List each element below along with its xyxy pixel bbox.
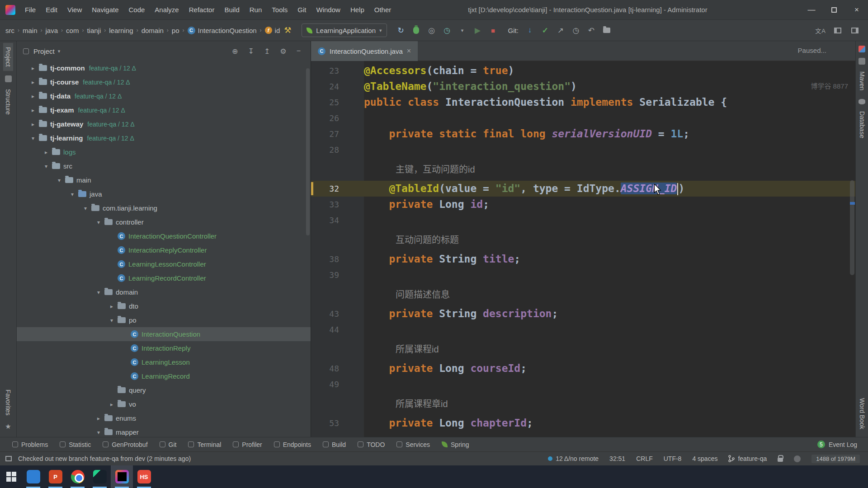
tree-item-learninglessoncontroller[interactable]: CLearningLessonController: [17, 257, 311, 271]
tool-stripe-database[interactable]: Database: [857, 107, 867, 142]
code-line-38[interactable]: 38 private String title;: [311, 251, 855, 267]
taskbar-app-powerpoint[interactable]: P: [44, 465, 66, 488]
caret-position-widget[interactable]: 32:51: [609, 455, 625, 462]
code-line-26[interactable]: 26: [311, 110, 855, 126]
git-rollback-icon[interactable]: ↶: [584, 23, 599, 38]
tool-button-spring[interactable]: Spring: [442, 441, 469, 448]
tree-item-com-tianji-learning[interactable]: ▾com.tianji.learning: [17, 201, 311, 215]
encoding-widget[interactable]: UTF-8: [664, 455, 682, 462]
hide-panel-icon[interactable]: −: [297, 47, 301, 55]
quick-access-icon[interactable]: [5, 456, 12, 461]
chevron-collapsed-icon[interactable]: ▸: [107, 401, 117, 408]
taskbar-app-chrome[interactable]: [66, 465, 89, 488]
code-line-33[interactable]: 33 private Long id;: [311, 197, 855, 212]
tool-window-icon[interactable]: [5, 75, 12, 82]
chevron-expanded-icon[interactable]: ▾: [94, 219, 104, 225]
tool-button-profiler[interactable]: Profiler: [233, 441, 262, 448]
tool-stripe-project[interactable]: Project: [3, 43, 13, 71]
chevron-collapsed-icon[interactable]: ▸: [28, 121, 38, 127]
tool-button-services[interactable]: Services: [396, 441, 430, 448]
menu-help[interactable]: Help: [345, 0, 369, 20]
code-line-24[interactable]: 24@TableName("interaction_question"): [311, 79, 855, 94]
tree-item-logs[interactable]: ▸logs: [17, 145, 311, 159]
code-line-53[interactable]: 53 private Long chapterId;: [311, 415, 855, 431]
tree-item-java[interactable]: ▾java: [17, 187, 311, 201]
menu-edit[interactable]: Edit: [41, 0, 62, 20]
editor-scrollbar[interactable]: [850, 180, 854, 275]
menu-tools[interactable]: Tools: [267, 0, 292, 20]
tree-item-learninglesson[interactable]: CLearningLesson: [17, 355, 311, 369]
menu-other[interactable]: Other: [369, 0, 396, 20]
chevron-expanded-icon[interactable]: ▾: [54, 177, 64, 183]
chevron-collapsed-icon[interactable]: ▸: [94, 415, 104, 422]
tree-item-interactionreplycontroller[interactable]: CInteractionReplyController: [17, 243, 311, 257]
indicator-icon[interactable]: [794, 455, 801, 462]
status-message[interactable]: Checked out new branch feature-qa from d…: [18, 455, 191, 462]
maximize-button[interactable]: [823, 0, 845, 20]
tree-item-interactionquestion[interactable]: CInteractionQuestion: [17, 327, 311, 341]
taskbar-app-intellij-idea[interactable]: [111, 465, 133, 488]
tree-item-tj-gateway[interactable]: ▸tj-gatewayfeature-qa / 12 Δ: [17, 117, 311, 131]
code-area[interactable]: 23@Accessors(chain = true)24@TableName("…: [311, 61, 855, 437]
code-line-43[interactable]: 43 private String description;: [311, 306, 855, 322]
tree-item-src[interactable]: ▾src: [17, 159, 311, 173]
chevron-collapsed-icon[interactable]: ▸: [28, 107, 38, 113]
tree-item-learningrecordcontroller[interactable]: CLearningRecordController: [17, 271, 311, 285]
code-line-23[interactable]: 23@Accessors(chain = true): [311, 63, 855, 79]
close-button[interactable]: ×: [845, 0, 868, 20]
layout-icon[interactable]: [847, 23, 863, 38]
tree-item-tj-common[interactable]: ▸tj-commonfeature-qa / 12 Δ: [17, 61, 311, 75]
tree-item-tj-learning[interactable]: ▾tj-learningfeature-qa / 12 Δ: [17, 131, 311, 145]
chevron-expanded-icon[interactable]: ▾: [94, 289, 104, 296]
git-push-icon[interactable]: ↗: [553, 23, 568, 38]
menu-view[interactable]: View: [62, 0, 87, 20]
taskbar-app-blue-window[interactable]: [22, 465, 44, 488]
chevron-expanded-icon[interactable]: ▾: [28, 135, 38, 141]
line-ending-widget[interactable]: CRLF: [636, 455, 653, 462]
tree-item-domain[interactable]: ▾domain: [17, 285, 311, 299]
tree-item-vo[interactable]: ▸vo: [17, 397, 311, 411]
event-log-button[interactable]: 5 Event Log: [817, 441, 857, 448]
breadcrumb-item-com[interactable]: com: [66, 27, 79, 34]
tree-item-controller[interactable]: ▾controller: [17, 215, 311, 229]
chevron-expanded-icon[interactable]: ▾: [41, 163, 51, 169]
start-button[interactable]: [0, 465, 22, 488]
tool-stripe-maven[interactable]: Maven: [857, 67, 867, 94]
coverage-icon[interactable]: ◎: [424, 23, 439, 38]
hide-panels-icon[interactable]: [830, 23, 845, 38]
minimize-button[interactable]: —: [800, 0, 823, 20]
tool-button-endpoints[interactable]: Endpoints: [274, 441, 311, 448]
tree-item-mapper[interactable]: ▾mapper: [17, 425, 311, 437]
database-icon[interactable]: [859, 99, 865, 104]
breadcrumb-item-domain[interactable]: domain: [142, 27, 164, 34]
menu-build[interactable]: Build: [219, 0, 244, 20]
chevron-expanded-icon[interactable]: ▾: [67, 191, 77, 197]
tool-button-todo[interactable]: TODO: [358, 441, 385, 448]
chevron-collapsed-icon[interactable]: ▸: [28, 65, 38, 71]
code-line-49[interactable]: 49: [311, 376, 855, 392]
collapse-all-icon[interactable]: ↥: [264, 47, 270, 56]
code-line-25[interactable]: 25public class InteractionQuestion imple…: [311, 94, 855, 110]
profiler-icon[interactable]: ◷: [439, 23, 455, 38]
code-line-32[interactable]: 32 @TableId(value = "id", type = IdType.…: [311, 181, 855, 197]
tree-item-enums[interactable]: ▸enums: [17, 411, 311, 425]
lock-icon[interactable]: [778, 458, 783, 462]
code-line-44[interactable]: 44: [311, 322, 855, 338]
locate-file-icon[interactable]: ⊕: [232, 47, 238, 56]
chevron-expanded-icon[interactable]: ▾: [94, 429, 104, 436]
debug-icon[interactable]: [409, 23, 424, 38]
code-line-28[interactable]: 28: [311, 142, 855, 158]
run-options-chevron-icon[interactable]: ▾: [455, 23, 470, 38]
breadcrumb-item-src[interactable]: src: [5, 27, 14, 34]
taskbar-app-hs[interactable]: HS: [133, 465, 155, 488]
code-line-39[interactable]: 39: [311, 267, 855, 283]
chevron-collapsed-icon[interactable]: ▸: [107, 303, 117, 310]
run-icon[interactable]: ▶: [470, 23, 486, 38]
breadcrumb-item-learning[interactable]: learning: [109, 27, 133, 34]
breadcrumb-item-po[interactable]: po: [172, 27, 179, 34]
tree-item-learningrecord[interactable]: CLearningRecord: [17, 369, 311, 383]
tool-button-problems[interactable]: Problems: [12, 441, 48, 448]
code-line-27[interactable]: 27 private static final long serialVersi…: [311, 126, 855, 142]
settings-gear-icon[interactable]: ⚙: [280, 47, 286, 56]
breadcrumb-item-field[interactable]: fid: [265, 27, 280, 34]
